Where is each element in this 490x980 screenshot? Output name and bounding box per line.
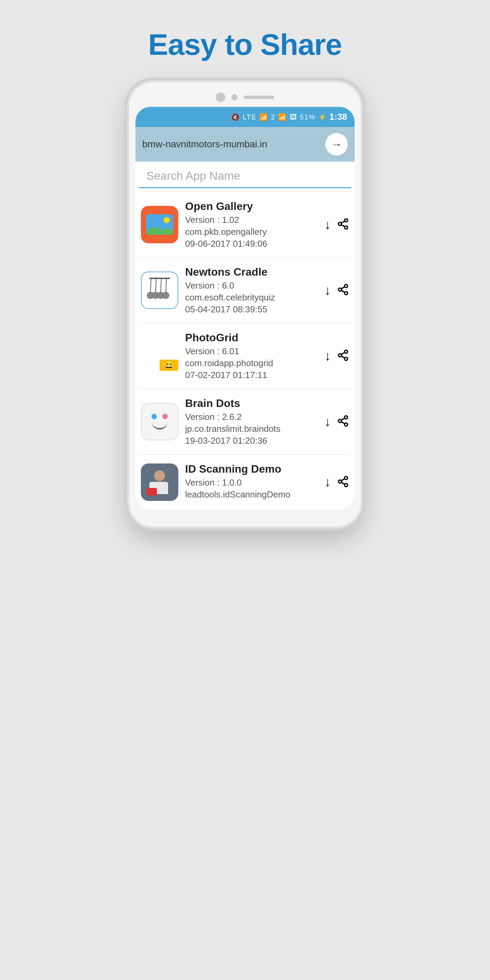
svg-line-7 (156, 278, 156, 294)
app-icon-idscan (141, 463, 178, 501)
list-item: 😄 PhotoGrid Version : 6.01 com.roidapp.p… (135, 323, 355, 388)
app-actions-braindots: ↓ (324, 414, 349, 429)
app-package: com.roidapp.photogrid (185, 358, 318, 369)
app-list: Open Gallery Version : 1.02 com.pkb.open… (135, 192, 355, 509)
download-button[interactable]: ↓ (324, 414, 331, 429)
braindots-mouth (152, 422, 167, 430)
search-input[interactable]: Search App Name (146, 169, 344, 187)
status-icons-text: 🔇 LTE 📶 2 📶 🖼 51% ⚡ (231, 113, 327, 121)
svg-line-8 (161, 278, 161, 294)
list-item: Newtons Cradle Version : 6.0 com.esoft.c… (135, 258, 355, 323)
status-icons: 🔇 LTE 📶 2 📶 🖼 51% ⚡ 1:38 (231, 111, 347, 122)
download-button[interactable]: ↓ (324, 349, 331, 363)
app-info-braindots: Brain Dots Version : 2.6.2 jp.co.transli… (185, 397, 318, 446)
app-icon-braindots (141, 403, 178, 440)
app-actions-opengallery: ↓ (324, 218, 349, 232)
id-body (150, 482, 168, 494)
share-button[interactable] (337, 476, 349, 489)
list-item: ID Scanning Demo Version : 1.0.0 leadtoo… (135, 455, 355, 509)
phone-speaker (243, 95, 274, 99)
braindots-eye-right (162, 414, 168, 419)
app-date: 19-03-2017 01:20:36 (185, 436, 318, 446)
app-version: Version : 6.01 (185, 346, 318, 356)
app-date: 09-06-2017 01:49:06 (185, 239, 318, 249)
svg-line-17 (341, 290, 345, 292)
app-info-idscan: ID Scanning Demo Version : 1.0.0 leadtoo… (185, 463, 318, 501)
download-button[interactable]: ↓ (324, 218, 331, 232)
svg-line-27 (341, 422, 345, 424)
download-button[interactable]: ↓ (324, 283, 331, 298)
download-button[interactable]: ↓ (324, 475, 331, 489)
share-button[interactable] (337, 218, 349, 231)
app-name: ID Scanning Demo (185, 463, 318, 476)
svg-line-33 (341, 479, 345, 480)
phone-shell: 🔇 LTE 📶 2 📶 🖼 51% ⚡ 1:38 bmw-navnitmotor… (129, 82, 361, 527)
app-actions-photogrid: ↓ (324, 349, 349, 363)
newtons-cradle-svg (144, 275, 175, 305)
svg-line-22 (341, 356, 345, 358)
id-head (154, 470, 165, 481)
svg-line-28 (341, 418, 345, 420)
share-button[interactable] (337, 415, 349, 428)
url-text: bmw-navnitmotors-mumbai.in (142, 139, 321, 150)
list-item: Brain Dots Version : 2.6.2 jp.co.transli… (135, 389, 355, 454)
phone-dots (231, 94, 237, 100)
app-date: 05-04-2017 08:39:55 (185, 304, 318, 315)
page-wrapper: Easy to Share 🔇 LTE 📶 2 📶 🖼 51% ⚡ 1:38 b… (0, 27, 490, 527)
id-person (150, 470, 170, 494)
share-button[interactable] (337, 349, 349, 363)
app-name: Newtons Cradle (185, 266, 318, 278)
svg-line-23 (341, 353, 345, 355)
gallery-icon-inner (146, 215, 173, 235)
page-title: Easy to Share (148, 27, 342, 62)
app-package: leadtools.idScanningDemo (185, 489, 318, 500)
app-icon-newtons (141, 272, 178, 309)
app-icon-photogrid: 😄 (141, 337, 178, 375)
list-item: Open Gallery Version : 1.02 com.pkb.open… (135, 192, 355, 257)
app-info-newtons: Newtons Cradle Version : 6.0 com.esoft.c… (185, 266, 318, 315)
url-go-button[interactable]: → (325, 133, 348, 156)
app-date: 07-02-2017 01:17:11 (185, 370, 318, 380)
phone-top-bar (135, 92, 355, 102)
app-package: com.pkb.opengallery (185, 227, 318, 237)
braindots-eyes (151, 414, 168, 419)
app-package: jp.co.translimit.braindots (185, 424, 318, 434)
svg-line-18 (341, 287, 345, 289)
app-version: Version : 2.6.2 (185, 412, 318, 422)
svg-line-9 (166, 278, 166, 294)
svg-line-4 (341, 221, 345, 223)
app-icon-opengallery (141, 206, 178, 243)
app-actions-newtons: ↓ (324, 283, 349, 298)
app-version: Version : 6.0 (185, 280, 318, 291)
svg-line-32 (341, 482, 345, 484)
search-bar[interactable]: Search App Name (139, 162, 351, 188)
app-name: Brain Dots (185, 397, 318, 410)
app-actions-idscan: ↓ (324, 475, 349, 489)
share-button[interactable] (337, 283, 349, 297)
app-version: Version : 1.02 (185, 215, 318, 225)
app-version: Version : 1.0.0 (185, 477, 318, 488)
status-bar: 🔇 LTE 📶 2 📶 🖼 51% ⚡ 1:38 (135, 107, 355, 127)
svg-point-13 (162, 292, 169, 299)
phone-camera (216, 92, 225, 102)
photogrid-cell4: 😄 (159, 360, 178, 371)
app-info-opengallery: Open Gallery Version : 1.02 com.pkb.open… (185, 200, 318, 249)
braindots-eye-left (151, 414, 157, 419)
phone-screen: 🔇 LTE 📶 2 📶 🖼 51% ⚡ 1:38 bmw-navnitmotor… (135, 107, 355, 509)
id-card (147, 488, 157, 495)
app-name: Open Gallery (185, 200, 318, 213)
app-name: PhotoGrid (185, 331, 318, 344)
svg-line-6 (150, 278, 151, 294)
url-bar[interactable]: bmw-navnitmotors-mumbai.in → (135, 127, 355, 162)
status-time: 1:38 (329, 111, 347, 122)
app-package: com.esoft.celebrityquiz (185, 292, 318, 303)
svg-line-3 (341, 224, 345, 227)
app-info-photogrid: PhotoGrid Version : 6.01 com.roidapp.pho… (185, 331, 318, 380)
